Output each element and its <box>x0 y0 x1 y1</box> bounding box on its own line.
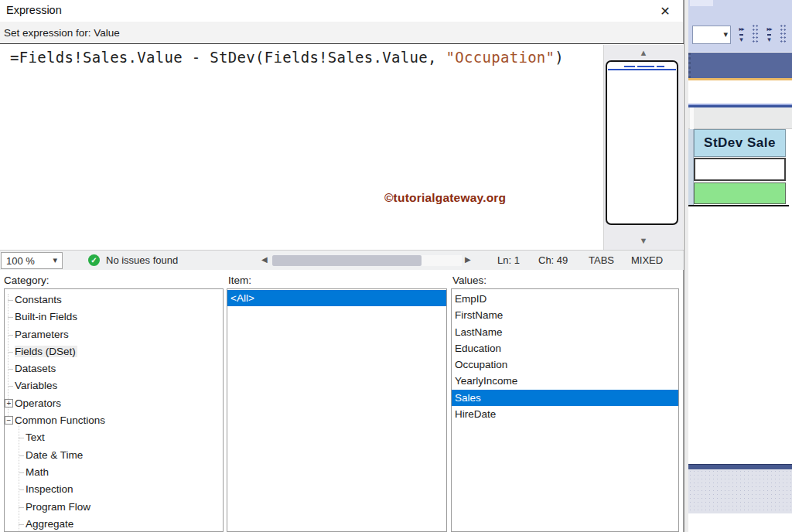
expression-dialog: Expression ✕ Set expression for: Value =… <box>0 0 684 532</box>
value-item-yearlyincome[interactable]: YearlyIncome <box>452 373 678 389</box>
zoom-level-combobox[interactable]: 100 % ▾ <box>1 252 63 269</box>
value-item-firstname[interactable]: FirstName <box>452 307 678 323</box>
design-surface-panel <box>688 469 792 513</box>
designer-title-band <box>688 53 792 78</box>
scroll-down-icon[interactable]: ▼ <box>604 236 683 245</box>
code-text: ) <box>555 49 564 66</box>
toolbar-fragment <box>690 0 713 6</box>
dotted-separator-icon <box>752 24 759 44</box>
designer-toolbar-icons: ▸▸ ▾ ▸▸ ▾ <box>735 24 792 44</box>
value-item-education[interactable]: Education <box>452 340 678 356</box>
category-item-math[interactable]: Math <box>5 464 223 481</box>
category-item-common-functions[interactable]: −Common Functions <box>5 412 223 429</box>
category-item-text[interactable]: Text <box>5 429 223 446</box>
category-item-date-time[interactable]: Date & Time <box>5 447 223 464</box>
report-selected-cell[interactable] <box>694 158 786 181</box>
value-item-sales[interactable]: Sales <box>452 390 678 406</box>
scroll-up-icon[interactable]: ▲ <box>604 48 683 57</box>
close-icon[interactable]: ✕ <box>657 2 674 19</box>
dotted-separator-icon <box>780 24 787 44</box>
code-text: =Fields!Sales.Value - StDev(Fields!Sales… <box>10 49 446 66</box>
screenshot-stage: ▾ ▸▸ ▾ ▸▸ ▾ StDev Sale <box>0 0 792 532</box>
designer-font-combobox[interactable]: ▾ <box>692 26 731 44</box>
no-issues-check-icon: ✓ <box>88 254 100 266</box>
horizontal-scrollbar-track[interactable] <box>272 255 462 266</box>
category-item-built-in-fields[interactable]: Built-in Fields <box>5 309 223 326</box>
report-header-cell[interactable]: StDev Sale <box>694 129 786 157</box>
code-string-literal: "Occupation" <box>446 49 555 66</box>
report-green-cell[interactable] <box>694 182 786 204</box>
line-indicator: Ln: 1 <box>497 254 520 266</box>
editor-status-bar: 100 % ▾ ✓ No issues found ◀ ▶ Ln: 1 Ch: … <box>0 250 684 270</box>
table-bottom-edge <box>688 205 789 206</box>
designer-toolbar: ▾ ▸▸ ▾ ▸▸ ▾ <box>688 0 792 52</box>
designer-divider-bar <box>688 464 792 469</box>
category-item-variables[interactable]: Variables <box>5 377 223 394</box>
category-item-aggregate[interactable]: Aggregate <box>5 516 223 532</box>
watermark-text: ©tutorialgateway.org <box>384 191 506 205</box>
item-list[interactable]: <All> <box>227 288 447 532</box>
category-item-constants[interactable]: Constants <box>5 292 223 309</box>
category-item-fields-dset[interactable]: Fields (DSet) <box>5 343 223 360</box>
minimap-code-preview <box>624 66 664 67</box>
category-item-inspection[interactable]: Inspection <box>5 481 223 498</box>
dialog-title-bar: Expression ✕ <box>0 0 683 22</box>
item-list-all[interactable]: <All> <box>227 290 446 306</box>
horizontal-scrollbar-thumb[interactable] <box>272 255 422 266</box>
category-item-program-flow[interactable]: Program Flow <box>5 499 223 516</box>
scroll-right-icon[interactable]: ▶ <box>465 255 471 264</box>
item-label: Item: <box>228 275 251 286</box>
row-handle-strip <box>688 129 694 205</box>
column-indicator: Ch: 49 <box>538 254 568 266</box>
value-item-empid[interactable]: EmpID <box>452 291 678 307</box>
scroll-left-icon[interactable]: ◀ <box>261 255 268 264</box>
category-item-datasets[interactable]: Datasets <box>5 360 223 377</box>
category-tree[interactable]: Constants Built-in Fields Parameters Fie… <box>4 288 224 532</box>
expression-editor[interactable]: =Fields!Sales.Value - StDev(Fields!Sales… <box>0 43 684 250</box>
value-item-occupation[interactable]: Occupation <box>452 356 678 373</box>
values-label: Values: <box>452 275 486 286</box>
dialog-title: Expression <box>6 4 62 16</box>
status-message: No issues found <box>106 254 178 266</box>
outline-collapse-icon[interactable]: ▸▸ ▾ <box>763 26 776 43</box>
grid-header-notch <box>690 107 694 129</box>
category-item-operators[interactable]: +Operators <box>5 395 223 412</box>
designer-accent-line <box>688 78 792 80</box>
category-item-parameters[interactable]: Parameters <box>5 326 223 343</box>
value-item-hiredate[interactable]: HireDate <box>452 406 678 422</box>
designer-background-window: ▾ ▸▸ ▾ ▸▸ ▾ StDev Sale <box>684 0 792 532</box>
zoom-level-value: 100 % <box>6 255 35 267</box>
grid-column-header <box>688 107 792 129</box>
value-item-lastname[interactable]: LastName <box>452 324 678 340</box>
tree-expand-icon[interactable]: + <box>5 399 13 408</box>
scrollbar-minimap[interactable] <box>606 60 678 225</box>
tree-collapse-icon[interactable]: − <box>5 416 13 425</box>
subtitle-bar: Set expression for: Value <box>0 22 683 43</box>
minimap-viewport-line <box>608 69 676 70</box>
expression-code-line[interactable]: =Fields!Sales.Value - StDev(Fields!Sales… <box>10 49 564 66</box>
mixed-indicator: MIXED <box>631 254 663 266</box>
values-list[interactable]: EmpID FirstName LastName Education Occup… <box>451 288 679 532</box>
outline-expand-icon[interactable]: ▸▸ ▾ <box>735 26 748 43</box>
editor-scrollbar[interactable]: ▲ ▼ <box>603 45 683 251</box>
chevron-down-icon[interactable]: ▾ <box>723 29 728 39</box>
chevron-down-icon[interactable]: ▾ <box>53 255 57 265</box>
set-expression-label: Set expression for: Value <box>4 27 120 39</box>
tabs-indicator: TABS <box>589 254 614 266</box>
category-label: Category: <box>4 275 50 286</box>
